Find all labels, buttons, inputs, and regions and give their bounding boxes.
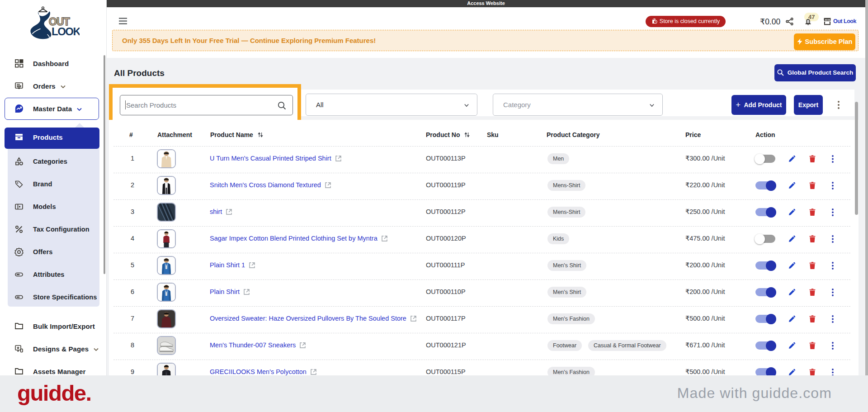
svg-text:LOOK: LOOK: [52, 25, 80, 38]
